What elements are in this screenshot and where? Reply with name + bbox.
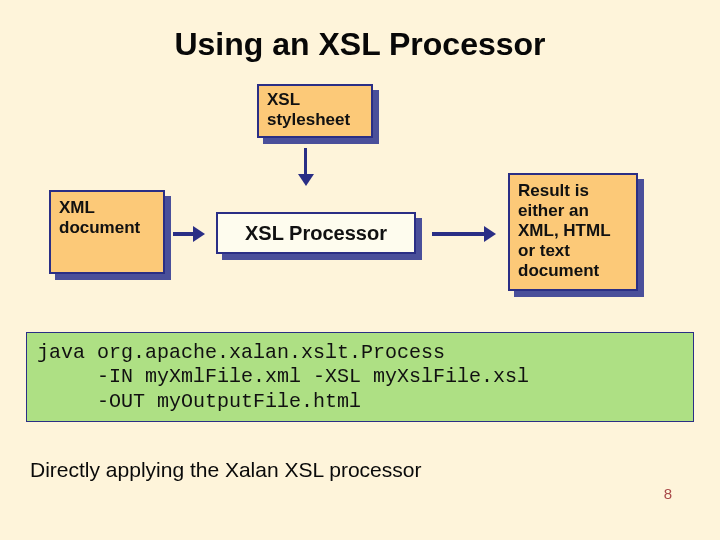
command-block: java org.apache.xalan.xslt.Process -IN m…: [26, 332, 694, 422]
arrow-right-icon: [173, 232, 201, 236]
arrow-right-icon: [432, 232, 492, 236]
box-xsl-processor: XSL Processor: [216, 212, 416, 254]
slide-caption: Directly applying the Xalan XSL processo…: [30, 458, 421, 482]
box-xml-document: XMLdocument: [49, 190, 165, 274]
box-result: Result iseither anXML, HTMLor textdocume…: [508, 173, 638, 291]
box-xsl-stylesheet: XSLstylesheet: [257, 84, 373, 138]
slide-title: Using an XSL Processor: [0, 26, 720, 63]
page-number: 8: [664, 485, 672, 502]
arrow-down-icon: [304, 148, 307, 182]
